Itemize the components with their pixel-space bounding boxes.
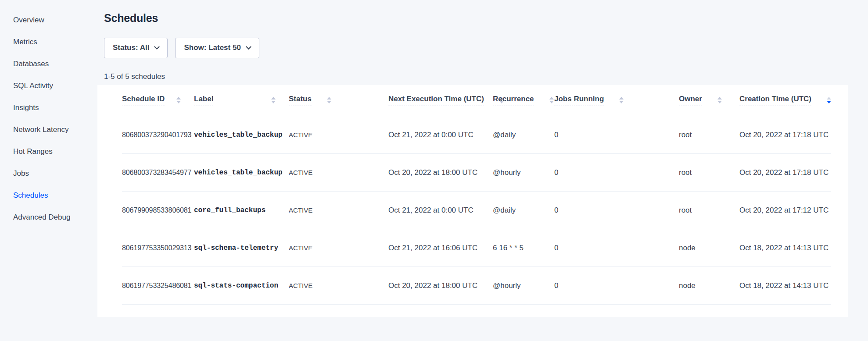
filter-bar: Status: All Show: Latest 50 — [104, 38, 848, 58]
status-cell: ACTIVE — [289, 229, 388, 267]
status-cell: ACTIVE — [289, 154, 388, 192]
creation-time-cell: Oct 20, 2022 at 17:18 UTC — [739, 154, 831, 192]
sort-arrows-icon — [176, 97, 181, 103]
schedule-label-cell: vehicles_table_backup — [194, 154, 289, 192]
next-execution-cell: Oct 21, 2022 at 16:06 UTC — [388, 229, 493, 267]
creation-time-cell: Oct 18, 2022 at 14:13 UTC — [739, 229, 831, 267]
owner-cell: root — [679, 154, 739, 192]
table-row: 806799098533806081 core_full_backups ACT… — [122, 192, 831, 229]
column-header-label[interactable]: Label — [194, 85, 289, 116]
next-execution-cell: Oct 21, 2022 at 0:00 UTC — [388, 116, 493, 154]
sidebar-item-hot-ranges[interactable]: Hot Ranges — [13, 141, 97, 163]
sidebar-item-databases[interactable]: Databases — [13, 53, 97, 75]
sidebar-item-jobs[interactable]: Jobs — [13, 163, 97, 185]
sort-arrows-icon — [717, 97, 722, 103]
sidebar-item-network-latency[interactable]: Network Latency — [13, 119, 97, 141]
schedule-id-cell: 806197753325486081 — [122, 267, 194, 305]
owner-cell: node — [679, 267, 739, 305]
column-label: Status — [289, 95, 312, 106]
recurrence-cell: @daily — [493, 116, 554, 154]
creation-time-cell: Oct 20, 2022 at 17:18 UTC — [739, 116, 831, 154]
schedule-label-cell: sql-stats-compaction — [194, 267, 289, 305]
sidebar-item-schedules[interactable]: Schedules — [13, 185, 97, 206]
column-label: Label — [194, 95, 213, 106]
table-header-row: Schedule ID Label Stat — [122, 85, 831, 116]
chevron-down-icon — [154, 44, 160, 50]
page-title: Schedules — [104, 12, 848, 25]
sort-arrows-icon — [619, 97, 624, 103]
column-label: Recurrence — [493, 95, 534, 106]
schedules-table: Schedule ID Label Stat — [122, 85, 831, 305]
next-execution-cell: Oct 20, 2022 at 18:00 UTC — [388, 267, 493, 305]
recurrence-cell: @hourly — [493, 154, 554, 192]
sort-arrows-icon — [327, 97, 331, 103]
column-header-recurrence[interactable]: Recurrence — [493, 85, 554, 116]
show-filter-dropdown[interactable]: Show: Latest 50 — [175, 38, 259, 58]
jobs-running-cell: 0 — [554, 267, 679, 305]
column-header-next-execution-time[interactable]: Next Execution Time (UTC) — [388, 85, 493, 116]
column-label: Schedule ID — [122, 95, 165, 106]
column-header-creation-time[interactable]: Creation Time (UTC) — [739, 85, 831, 116]
owner-cell: root — [679, 192, 739, 229]
status-filter-label: Status: All — [113, 43, 149, 52]
status-filter-dropdown[interactable]: Status: All — [104, 38, 168, 58]
chevron-down-icon — [246, 44, 251, 50]
schedule-label-cell: sql-schema-telemetry — [194, 229, 289, 267]
app-root: Overview Metrics Databases SQL Activity … — [0, 0, 868, 341]
sidebar-item-sql-activity[interactable]: SQL Activity — [13, 75, 97, 97]
column-header-status[interactable]: Status — [289, 85, 388, 116]
schedule-id-cell: 806799098533806081 — [122, 192, 194, 229]
creation-time-cell: Oct 20, 2022 at 17:12 UTC — [739, 192, 831, 229]
schedule-id-cell: 806800373283454977 — [122, 154, 194, 192]
sidebar-item-overview[interactable]: Overview — [13, 9, 97, 31]
schedule-id-cell: 806800373290401793 — [122, 116, 194, 154]
status-cell: ACTIVE — [289, 267, 388, 305]
schedule-label-cell: vehicles_table_backup — [194, 116, 289, 154]
creation-time-cell: Oct 18, 2022 at 14:13 UTC — [739, 267, 831, 305]
column-header-schedule-id[interactable]: Schedule ID — [122, 85, 194, 116]
results-summary: 1-5 of 5 schedules — [104, 72, 848, 81]
jobs-running-cell: 0 — [554, 116, 679, 154]
sidebar-item-advanced-debug[interactable]: Advanced Debug — [13, 206, 97, 228]
column-label: Creation Time (UTC) — [739, 95, 811, 106]
column-label: Owner — [679, 95, 702, 106]
sidebar-item-insights[interactable]: Insights — [13, 97, 97, 119]
schedule-label-cell: core_full_backups — [194, 192, 289, 229]
owner-cell: node — [679, 229, 739, 267]
status-cell: ACTIVE — [289, 116, 388, 154]
recurrence-cell: @daily — [493, 192, 554, 229]
jobs-running-cell: 0 — [554, 154, 679, 192]
recurrence-cell: @hourly — [493, 267, 554, 305]
table-row: 806800373283454977 vehicles_table_backup… — [122, 154, 831, 192]
column-label: Jobs Running — [554, 95, 604, 106]
sort-arrows-icon-active-desc — [827, 97, 831, 103]
schedule-id-cell: 806197753350029313 — [122, 229, 194, 267]
table-row: 806800373290401793 vehicles_table_backup… — [122, 116, 831, 154]
owner-cell: root — [679, 116, 739, 154]
column-header-owner[interactable]: Owner — [679, 85, 739, 116]
recurrence-cell: 6 16 * * 5 — [493, 229, 554, 267]
sidebar-item-metrics[interactable]: Metrics — [13, 31, 97, 53]
jobs-running-cell: 0 — [554, 229, 679, 267]
main-content: Schedules Status: All Show: Latest 50 1-… — [97, 0, 848, 341]
schedules-table-card: Schedule ID Label Stat — [97, 85, 848, 317]
column-label: Next Execution Time (UTC) — [388, 95, 484, 106]
column-header-jobs-running[interactable]: Jobs Running — [554, 85, 679, 116]
table-row: 806197753350029313 sql-schema-telemetry … — [122, 229, 831, 267]
show-filter-label: Show: Latest 50 — [184, 43, 240, 52]
next-execution-cell: Oct 20, 2022 at 18:00 UTC — [388, 154, 493, 192]
next-execution-cell: Oct 21, 2022 at 0:00 UTC — [388, 192, 493, 229]
sort-arrows-icon — [549, 97, 554, 103]
sidebar: Overview Metrics Databases SQL Activity … — [0, 0, 97, 341]
status-cell: ACTIVE — [289, 192, 388, 229]
jobs-running-cell: 0 — [554, 192, 679, 229]
table-row: 806197753325486081 sql-stats-compaction … — [122, 267, 831, 305]
sort-arrows-icon — [271, 97, 276, 103]
